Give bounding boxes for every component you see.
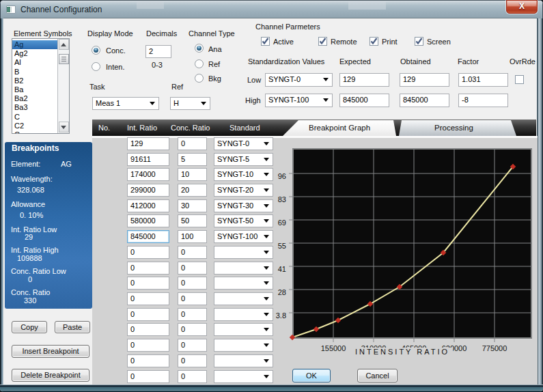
svg-text:55: 55 — [278, 242, 286, 250]
svg-text:INTENSITY RATIO: INTENSITY RATIO — [355, 348, 449, 356]
svg-text:83: 83 — [278, 195, 286, 204]
svg-text:775000: 775000 — [482, 344, 507, 352]
svg-text:96: 96 — [278, 172, 286, 180]
svg-text:69: 69 — [278, 219, 286, 227]
svg-text:155000: 155000 — [321, 344, 346, 352]
svg-text:41: 41 — [278, 265, 286, 273]
svg-text:28: 28 — [278, 288, 286, 296]
svg-text:3.8: 3.8 — [276, 311, 286, 320]
